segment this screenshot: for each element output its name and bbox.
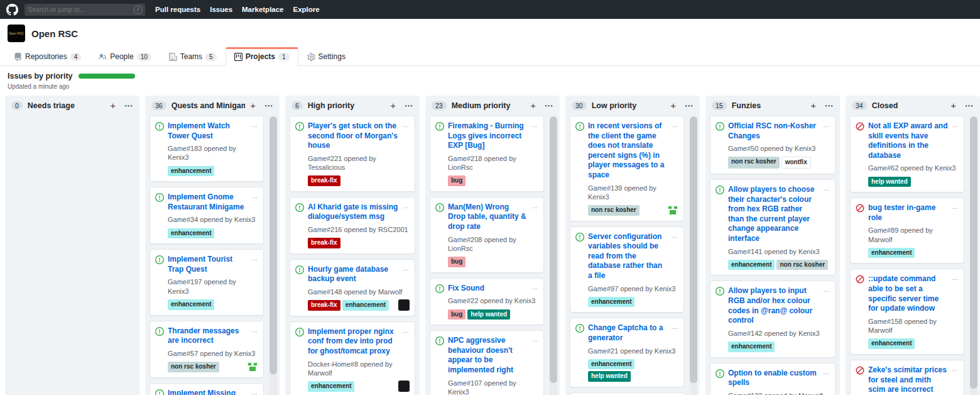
issue-card[interactable]: Hourly game database backup event…Game#1…	[290, 259, 415, 316]
card-menu-icon[interactable]: …	[403, 327, 410, 333]
issue-label[interactable]: enhancement	[868, 338, 915, 349]
issue-card[interactable]: Implement Watch Tower Quest…Game#183 ope…	[150, 116, 264, 182]
issue-title-link[interactable]: Change Captcha to a generator	[588, 323, 668, 343]
card-menu-icon[interactable]: …	[672, 121, 678, 128]
card-menu-icon[interactable]: …	[251, 255, 258, 261]
assignee-avatar[interactable]	[667, 204, 678, 216]
issue-card[interactable]: ::update command able to be set a specif…	[850, 269, 964, 354]
issue-card[interactable]: Not all EXP award and skill events have …	[850, 116, 964, 192]
card-menu-icon[interactable]: …	[672, 323, 678, 330]
issue-title-link[interactable]: Option to enable custom spells	[728, 369, 819, 388]
card-menu-icon[interactable]: …	[672, 232, 678, 238]
issue-card[interactable]: bug tester in-game role…Game#89 opened b…	[850, 198, 964, 264]
issue-title-link[interactable]: Implement Gnome Restaurant Minigame	[168, 192, 248, 212]
issue-title-link[interactable]: Firemaking - Burning Logs gives incorrec…	[448, 121, 528, 151]
issue-title-link[interactable]: bug tester in-game role	[868, 203, 948, 223]
scrollbar-thumb[interactable]	[550, 116, 557, 383]
issue-card[interactable]: Firemaking - Burning Logs gives incorrec…	[430, 116, 544, 192]
card-menu-icon[interactable]: …	[952, 121, 959, 128]
card-menu-icon[interactable]: …	[531, 121, 538, 128]
column-scrollbar[interactable]	[690, 116, 697, 395]
card-menu-icon[interactable]: …	[251, 389, 258, 395]
issue-label[interactable]: bug	[448, 257, 466, 267]
card-menu-icon[interactable]: …	[823, 286, 830, 292]
issue-title-link[interactable]: NPC aggressive behaviour doesn't appear …	[448, 336, 528, 375]
issue-title-link[interactable]: Man(Men) Wrong Drop table, quantity & dr…	[448, 203, 528, 232]
scrollbar-thumb[interactable]	[270, 116, 277, 374]
issue-title-link[interactable]: Zeke's scimitar prices for steel and mit…	[868, 365, 948, 395]
issue-title-link[interactable]: Server configuration variables should be…	[588, 232, 668, 281]
issue-card[interactable]: Option to enable custom spells…Game#122 …	[710, 363, 836, 395]
issue-card[interactable]: NPC aggressive behaviour doesn't appear …	[430, 330, 544, 395]
issue-label[interactable]: help wanted	[868, 177, 911, 187]
tab-projects[interactable]: Projects 1	[226, 47, 298, 66]
assignee-avatar[interactable]	[398, 299, 410, 311]
column-menu-icon[interactable]: ●●●	[825, 104, 834, 108]
issue-title-link[interactable]: Implement Tourist Trap Quest	[168, 255, 248, 274]
issue-card[interactable]: Man(Men) Wrong Drop table, quantity & dr…	[430, 197, 544, 273]
issue-label[interactable]: wontfix	[781, 157, 811, 169]
column-scrollbar[interactable]	[550, 116, 557, 395]
issue-label[interactable]: non rsc kosher	[168, 362, 219, 372]
column-menu-icon[interactable]: ●●●	[124, 104, 133, 108]
issue-card[interactable]: Fix Sound…Game#22 opened by Kenix3bughel…	[430, 278, 544, 325]
assignee-avatar[interactable]	[247, 361, 258, 372]
issue-card[interactable]: Allow players to choose their character'…	[710, 179, 836, 275]
issue-card[interactable]: Official RSC non-Kosher Changes…Game#50 …	[710, 116, 836, 174]
add-card-icon[interactable]: +	[950, 102, 956, 109]
issue-label[interactable]: help wanted	[467, 309, 510, 320]
card-menu-icon[interactable]: …	[251, 326, 258, 333]
tab-settings[interactable]: Settings	[298, 47, 354, 66]
issue-label[interactable]: enhancement	[728, 260, 775, 270]
tab-repositories[interactable]: Repositories 4	[5, 47, 90, 66]
column-menu-icon[interactable]: ●●●	[685, 104, 694, 108]
card-menu-icon[interactable]: …	[952, 365, 959, 372]
nav-marketplace[interactable]: Marketplace	[242, 6, 283, 13]
issue-card[interactable]: Thrander messages are incorrect…Game#57 …	[150, 321, 264, 378]
org-avatar[interactable]: Open RSC	[8, 25, 25, 42]
issue-card[interactable]: Server configuration variables should be…	[570, 226, 684, 313]
column-menu-icon[interactable]: ●●●	[965, 104, 974, 108]
tab-teams[interactable]: Teams 5	[160, 47, 226, 66]
issue-label[interactable]: enhancement	[588, 297, 634, 308]
card-menu-icon[interactable]: …	[531, 203, 538, 209]
issue-card[interactable]: Implement Tourist Trap Quest…Game#197 op…	[150, 249, 264, 315]
card-menu-icon[interactable]: …	[403, 121, 410, 128]
project-title[interactable]: Issues by priority	[8, 72, 73, 81]
issue-title-link[interactable]: In recent versions of the client the gam…	[588, 121, 668, 181]
issue-title-link[interactable]: Thrander messages are incorrect	[168, 326, 248, 346]
issue-label[interactable]: enhancement	[308, 381, 354, 392]
issue-card[interactable]: In recent versions of the client the gam…	[570, 116, 684, 221]
add-card-icon[interactable]: +	[390, 102, 396, 109]
issue-title-link[interactable]: Player's get stuck on the second floor o…	[308, 121, 399, 151]
issue-card[interactable]: Change Captcha to a generator…Game#21 op…	[570, 318, 684, 387]
search-input[interactable]	[28, 6, 134, 13]
column-scrollbar[interactable]	[270, 116, 277, 395]
issue-label[interactable]: bug	[448, 175, 466, 186]
card-menu-icon[interactable]: …	[823, 369, 830, 375]
column-menu-icon[interactable]: ●●●	[545, 104, 553, 108]
assignee-avatar[interactable]	[398, 381, 410, 392]
issue-label[interactable]: non rsc kosher	[776, 260, 828, 270]
scrollbar-thumb[interactable]	[690, 116, 697, 383]
issue-label[interactable]: help wanted	[588, 371, 631, 382]
issue-title-link[interactable]: Official RSC non-Kosher Changes	[728, 121, 819, 141]
card-menu-icon[interactable]: …	[251, 121, 258, 128]
add-card-icon[interactable]: +	[530, 102, 536, 109]
issue-label[interactable]: break-fix	[308, 175, 340, 186]
issue-title-link[interactable]: Implement proper nginx conf from dev int…	[308, 327, 399, 357]
card-menu-icon[interactable]: …	[531, 336, 538, 342]
add-card-icon[interactable]: +	[670, 102, 676, 109]
issue-label[interactable]: break-fix	[308, 300, 340, 311]
issue-card[interactable]: Zeke's scimitar prices for steel and mit…	[850, 360, 964, 395]
issue-label[interactable]: bug	[448, 309, 466, 320]
issue-title-link[interactable]: Fix Sound	[448, 284, 528, 294]
card-menu-icon[interactable]: …	[823, 185, 830, 191]
issue-title-link[interactable]: Hourly game database backup event	[308, 265, 399, 284]
card-menu-icon[interactable]: …	[403, 203, 410, 209]
tab-people[interactable]: People 10	[90, 47, 160, 66]
issue-title-link[interactable]: Allow players to input RGB and/or hex co…	[728, 286, 819, 325]
issue-label[interactable]: enhancement	[588, 359, 634, 370]
issue-title-link[interactable]: Allow players to choose their character'…	[728, 185, 819, 244]
issue-card[interactable]: Allow players to input RGB and/or hex co…	[710, 281, 836, 357]
